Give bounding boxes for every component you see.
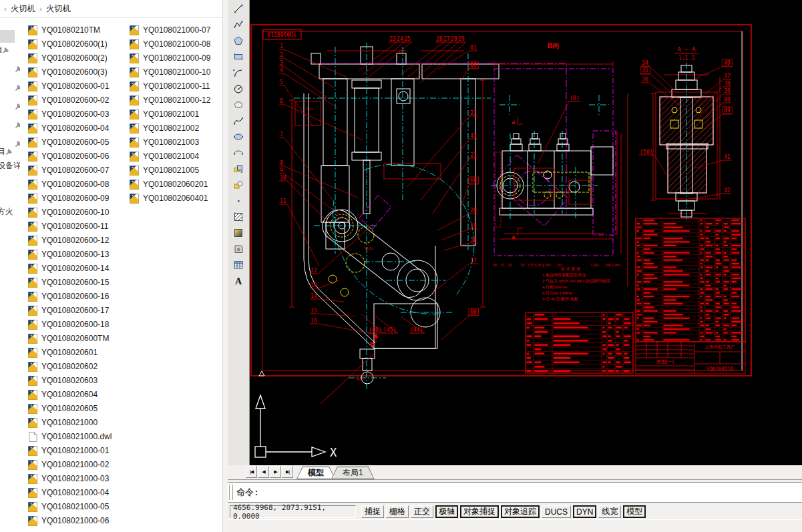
point-tool-icon[interactable]: [230, 193, 247, 208]
insert-block-tool-icon[interactable]: [230, 161, 247, 176]
file-item[interactable]: YQ0108020600(1): [28, 38, 108, 50]
file-item[interactable]: YQ0108021000-07: [130, 24, 210, 36]
file-item[interactable]: YQ0108020601: [28, 346, 97, 358]
status-toggle-模型[interactable]: 模型: [623, 505, 646, 518]
tab-last-button[interactable]: ▶|: [282, 466, 293, 478]
file-item[interactable]: YQ0108020600-16: [28, 290, 109, 302]
file-item[interactable]: YQ0108020600-10: [28, 206, 109, 218]
status-toggle-极轴[interactable]: 极轴: [435, 505, 458, 518]
breadcrumb-item-folder[interactable]: 火切机: [11, 3, 36, 15]
nav-pinned-item[interactable]: [0, 64, 23, 73]
make-block-tool-icon[interactable]: [230, 177, 247, 192]
file-item[interactable]: YQ0108021000-11: [130, 80, 210, 92]
revcloud-tool-icon[interactable]: [230, 97, 247, 112]
file-item[interactable]: YQ0108021005: [130, 164, 199, 176]
file-item[interactable]: YQ01080210TM: [28, 24, 100, 36]
file-item[interactable]: YQ0108021001: [130, 108, 199, 120]
file-item[interactable]: YQ0108021000-03: [28, 473, 109, 485]
file-item[interactable]: YQ0108020600-05: [28, 136, 109, 148]
circle-tool-icon[interactable]: [230, 81, 247, 96]
status-toggle-栅格[interactable]: 栅格: [386, 505, 409, 518]
file-item[interactable]: YQ0108020600-18: [28, 318, 109, 330]
status-toggle-DUCS[interactable]: DUCS: [542, 505, 571, 518]
file-item[interactable]: YQ0108020600-17: [28, 304, 109, 316]
file-item[interactable]: YQ0108020600-12: [28, 234, 109, 246]
status-toggle-DYN[interactable]: DYN: [573, 505, 596, 518]
nav-item-方火[interactable]: 方火: [0, 207, 13, 216]
tab-first-button[interactable]: |◀: [246, 466, 257, 478]
file-item[interactable]: YQ0108020604: [28, 388, 97, 401]
nav-pinned-item[interactable]: [0, 120, 23, 129]
mtext-tool-icon[interactable]: A: [230, 273, 247, 288]
file-item[interactable]: YQ0108021003: [130, 136, 199, 148]
file-item[interactable]: YQ0108020600-07: [28, 164, 109, 176]
file-item[interactable]: YQ0108020600-15: [28, 276, 109, 288]
file-item[interactable]: YQ0108020603: [28, 374, 97, 386]
file-item[interactable]: YQ0108021000-08: [130, 38, 210, 50]
command-window[interactable]: 命令:: [227, 482, 802, 503]
file-item[interactable]: YQ0108020600-13: [28, 248, 109, 260]
cad-canvas[interactable]: YQ0108210: [248, 0, 802, 465]
file-item[interactable]: YQ0108021000-10: [130, 66, 210, 78]
table-tool-icon[interactable]: [230, 257, 247, 272]
command-prompt[interactable]: 命令:: [236, 487, 259, 499]
status-toggle-对象捕捉[interactable]: 对象捕捉: [460, 505, 499, 518]
polyline-tool-icon[interactable]: [230, 17, 247, 32]
tab-prev-button[interactable]: ◀: [258, 466, 269, 478]
hatch-tool-icon[interactable]: [230, 209, 247, 224]
file-item[interactable]: YQ0108021000-09: [130, 52, 210, 64]
file-item[interactable]: YQ0108020600-06: [28, 150, 109, 162]
file-item[interactable]: YQ0108021000-01: [28, 445, 109, 457]
file-item[interactable]: YQ0108021000.dwl: [28, 431, 112, 443]
tab-布局1[interactable]: 布局1: [331, 467, 375, 479]
nav-item-目[interactable]: 目: [0, 147, 13, 156]
dwg-file-icon: [28, 264, 38, 274]
file-item[interactable]: YQ0108020600(2): [28, 52, 108, 64]
command-window-grip[interactable]: [229, 485, 233, 500]
tab-模型[interactable]: 模型: [296, 467, 335, 479]
file-name: YQ0108020600-08: [41, 180, 109, 189]
file-item[interactable]: YQ0108020600(3): [28, 66, 108, 78]
file-item[interactable]: YQ0108021002: [130, 122, 199, 134]
file-item[interactable]: YQ0108020600-01: [28, 80, 109, 92]
file-item[interactable]: YQ0108020602: [28, 360, 97, 372]
file-item[interactable]: YQ0108021000-04: [28, 487, 109, 499]
nav-item-d[interactable]: d: [0, 45, 10, 55]
ellipse-tool-icon[interactable]: [230, 129, 247, 144]
nav-item-设备详[interactable]: 设备详: [0, 161, 21, 170]
file-item[interactable]: YQ0108020600-03: [28, 108, 109, 120]
file-item[interactable]: YQ0108021004: [130, 150, 199, 162]
nav-selected-item[interactable]: [0, 30, 15, 43]
nav-pinned-item[interactable]: [0, 83, 23, 92]
region-tool-icon[interactable]: [230, 241, 247, 256]
rectangle-tool-icon[interactable]: [230, 49, 247, 64]
file-item[interactable]: YQ0108021000-06: [28, 515, 109, 527]
file-item[interactable]: YQ0108020600-09: [28, 192, 109, 204]
gradient-tool-icon[interactable]: [230, 225, 247, 240]
breadcrumb-item-subfolder[interactable]: 火切机: [46, 3, 71, 15]
file-item[interactable]: YQ0108020600-14: [28, 262, 109, 274]
file-item[interactable]: YQ010802060401: [130, 192, 208, 204]
status-toggle-捕捉[interactable]: 捕捉: [361, 505, 384, 518]
file-item[interactable]: YQ0108020600-08: [28, 178, 109, 190]
file-item[interactable]: YQ0108020600-02: [28, 94, 109, 106]
file-item[interactable]: YQ0108021000: [28, 417, 97, 429]
status-toggle-线宽[interactable]: 线宽: [598, 505, 621, 518]
ellipse-arc-tool-icon[interactable]: [230, 145, 247, 160]
status-toggle-对象追踪[interactable]: 对象追踪: [501, 505, 540, 518]
file-item[interactable]: YQ0108021000-02: [28, 459, 109, 471]
polygon-tool-icon[interactable]: [230, 33, 247, 48]
file-item[interactable]: YQ0108020600TM: [28, 332, 109, 344]
file-item[interactable]: YQ0108021000-12: [130, 94, 210, 106]
line-tool-icon[interactable]: [230, 1, 247, 16]
file-item[interactable]: YQ0108020605: [28, 403, 97, 415]
file-item[interactable]: YQ0108020600-11: [28, 220, 109, 232]
file-item[interactable]: YQ010802060201: [130, 178, 208, 190]
status-toggle-正交[interactable]: 正交: [411, 505, 433, 518]
file-item[interactable]: YQ0108020600-04: [28, 122, 109, 134]
nav-pinned-item[interactable]: [0, 101, 23, 111]
spline-tool-icon[interactable]: [230, 113, 247, 128]
tab-next-button[interactable]: ▶: [270, 466, 281, 478]
arc-tool-icon[interactable]: [230, 65, 247, 80]
file-item[interactable]: YQ0108021000-05: [28, 501, 109, 513]
